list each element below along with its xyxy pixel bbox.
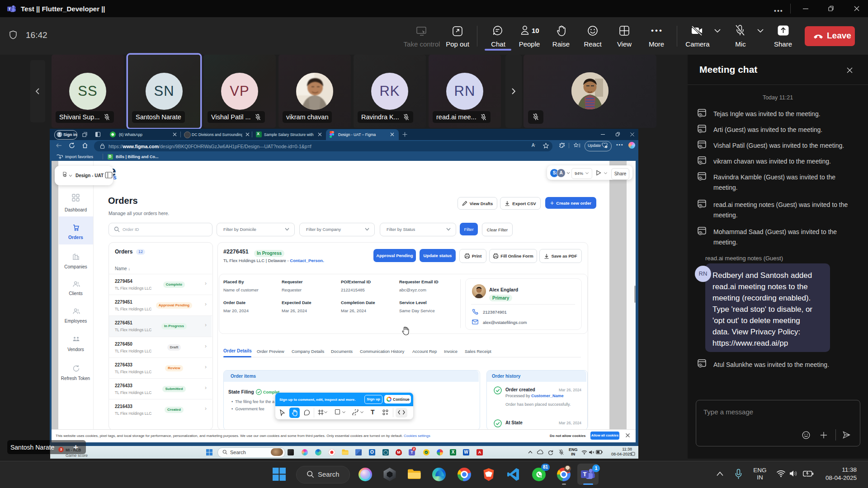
- svg-text:!: !: [606, 145, 607, 148]
- svg-text:T: T: [9, 7, 11, 11]
- svg-text:T: T: [583, 471, 587, 478]
